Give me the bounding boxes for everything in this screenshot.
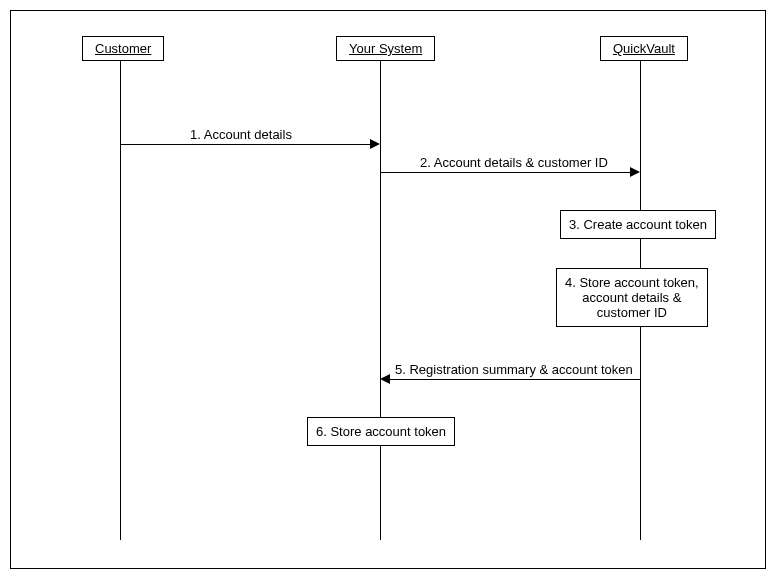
message-4-box: 4. Store account token, account details …	[556, 268, 708, 327]
message-2-arrow	[380, 172, 630, 173]
message-5-arrowhead	[380, 374, 390, 384]
message-4-line3: customer ID	[565, 305, 699, 320]
message-6-box: 6. Store account token	[307, 417, 455, 446]
message-5-label: 5. Registration summary & account token	[395, 362, 633, 377]
message-5-arrow	[390, 379, 640, 380]
participant-vault: QuickVault	[600, 36, 688, 61]
message-1-label: 1. Account details	[190, 127, 292, 142]
lifeline-customer	[120, 60, 121, 540]
lifeline-system	[380, 60, 381, 540]
message-4-line2: account details &	[565, 290, 699, 305]
message-3-box: 3. Create account token	[560, 210, 716, 239]
message-2-arrowhead	[630, 167, 640, 177]
message-2-label: 2. Account details & customer ID	[420, 155, 608, 170]
participant-system: Your System	[336, 36, 435, 61]
message-1-arrowhead	[370, 139, 380, 149]
sequence-diagram: Customer Your System QuickVault 1. Accou…	[0, 0, 776, 579]
message-4-line1: 4. Store account token,	[565, 275, 699, 290]
participant-customer: Customer	[82, 36, 164, 61]
message-1-arrow	[120, 144, 370, 145]
